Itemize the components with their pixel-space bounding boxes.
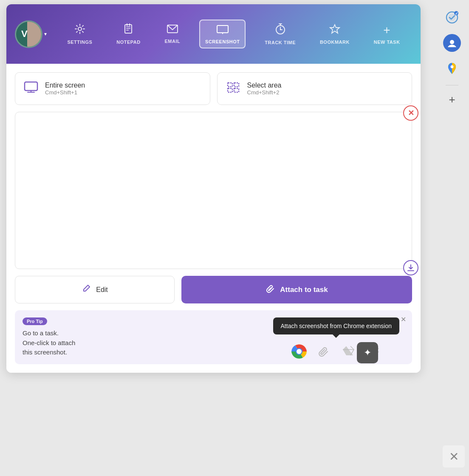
select-area-icon (226, 81, 240, 96)
nav-track-time-label: TRACK TIME (265, 40, 296, 45)
screenshot-icon (216, 24, 229, 37)
nav-bookmark-label: BOOKMARK (320, 40, 350, 45)
svg-point-35 (297, 349, 302, 354)
edit-icon (82, 284, 91, 295)
paperclip-icon[interactable] (315, 343, 332, 360)
svg-rect-31 (234, 88, 239, 92)
preview-close-button[interactable]: ✕ (403, 105, 418, 121)
nav-item-settings[interactable]: SETTINGS (62, 20, 97, 48)
sidebar-divider (446, 85, 458, 85)
assist-star-icon: ✦ (364, 347, 371, 358)
nav-items: SETTINGS NOTEPAD (55, 20, 412, 48)
panel-content: Entire screen Cmd+Shift+1 Select area Cm… (6, 64, 421, 373)
edit-button[interactable]: Edit (15, 276, 175, 303)
notepad-icon (123, 23, 134, 37)
right-sidebar: ✓ + ✕ (435, 0, 469, 476)
pro-tip-badge: Pro Tip (23, 317, 47, 325)
avatar-letter: V (21, 28, 28, 40)
nav-item-email[interactable]: EMAIL (160, 21, 186, 47)
close-panel-button[interactable]: ✕ (443, 445, 465, 468)
avatar-dropdown-icon[interactable]: ▾ (44, 31, 47, 37)
pro-tip-section: Pro Tip ✕ Go to a task. One-click to att… (15, 310, 412, 364)
entire-screen-title: Entire screen (45, 82, 85, 89)
svg-point-5 (450, 40, 454, 44)
check-circle-icon[interactable]: ✓ (443, 8, 461, 26)
entire-screen-shortcut: Cmd+Shift+1 (45, 89, 85, 96)
avatar-photo (27, 22, 42, 48)
assist-star-button[interactable]: ✦ (357, 342, 378, 363)
nav-settings-label: SETTINGS (67, 40, 92, 45)
attach-to-task-button[interactable]: Attach to task (181, 276, 412, 303)
pro-tip-close-button[interactable]: ✕ (401, 315, 406, 323)
nav-item-track-time[interactable]: TRACK TIME (260, 20, 301, 48)
email-icon (167, 24, 178, 36)
select-area-option[interactable]: Select area Cmd+Shift+2 (217, 72, 412, 105)
tooltip-arrow (333, 334, 339, 338)
close-x-label: ✕ (449, 450, 459, 464)
tooltip-text: Attach screenshot from Chrome extension (281, 323, 392, 329)
nav-email-label: EMAIL (165, 39, 181, 44)
svg-rect-15 (217, 26, 228, 33)
google-drive-icon[interactable] (340, 343, 357, 360)
entire-screen-text: Entire screen Cmd+Shift+1 (45, 82, 85, 96)
select-area-text: Select area Cmd+Shift+2 (247, 82, 282, 96)
select-area-shortcut: Cmd+Shift+2 (247, 89, 282, 96)
user-icon[interactable] (443, 34, 461, 52)
chrome-icon[interactable] (291, 343, 308, 360)
new-task-icon: + (383, 23, 390, 37)
svg-point-6 (451, 65, 454, 68)
nav-item-new-task[interactable]: + NEW TASK (369, 20, 405, 48)
extension-panel: V ▾ SETTINGS (6, 4, 421, 373)
select-area-title: Select area (247, 82, 282, 89)
panel-header: V ▾ SETTINGS (6, 4, 421, 64)
svg-rect-24 (25, 82, 37, 91)
preview-area: ✕ (15, 112, 412, 269)
svg-text:✓: ✓ (455, 11, 458, 16)
preview-download-button[interactable] (403, 260, 418, 275)
action-buttons: Edit Attach to task (15, 276, 412, 303)
svg-rect-28 (228, 83, 232, 87)
maps-icon[interactable] (443, 60, 461, 77)
track-time-icon (275, 23, 286, 37)
tooltip-container: Attach screenshot from Chrome extension (273, 317, 399, 360)
settings-icon (74, 23, 85, 37)
nav-new-task-label: NEW TASK (374, 40, 400, 45)
attach-label: Attach to task (280, 286, 328, 294)
sidebar-plus-button[interactable]: + (449, 93, 455, 106)
nav-item-bookmark[interactable]: BOOKMARK (315, 20, 355, 48)
svg-rect-29 (234, 83, 239, 87)
nav-item-notepad[interactable]: NOTEPAD (111, 20, 145, 48)
svg-marker-23 (330, 25, 339, 33)
nav-screenshot-label: SCREENSHOT (205, 39, 240, 44)
entire-screen-option[interactable]: Entire screen Cmd+Shift+1 (15, 72, 210, 105)
edit-label: Edit (96, 286, 108, 294)
svg-point-7 (78, 27, 82, 31)
svg-rect-8 (125, 25, 132, 33)
avatar-container: V ▾ (15, 20, 47, 48)
entire-screen-icon (24, 81, 38, 96)
screenshot-options: Entire screen Cmd+Shift+1 Select area Cm… (15, 72, 412, 105)
avatar[interactable]: V (15, 20, 42, 48)
attach-icon (266, 284, 275, 295)
nav-item-screenshot[interactable]: SCREENSHOT (199, 20, 246, 48)
tooltip-bubble: Attach screenshot from Chrome extension (273, 317, 399, 334)
svg-rect-30 (228, 88, 232, 92)
bookmark-icon (329, 23, 340, 37)
nav-notepad-label: NOTEPAD (116, 40, 140, 45)
